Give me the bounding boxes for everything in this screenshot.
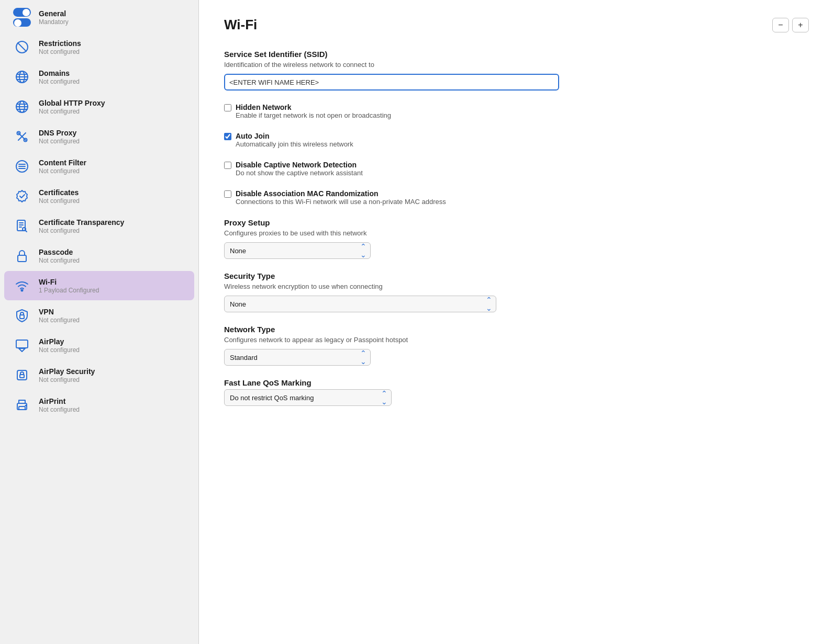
no-circle-icon [13, 38, 31, 57]
sidebar-item-general[interactable]: General Mandatory [4, 3, 194, 32]
doc-search-icon [13, 217, 31, 235]
disable-mac-section: Disable Association MAC Randomization Co… [224, 189, 809, 206]
security-type-title: Security Type [224, 272, 809, 280]
proxy-setup-select-wrapper: None Manual Auto ⌃⌄ [224, 242, 371, 259]
wifi-icon [13, 276, 31, 295]
toggle-icon [13, 8, 31, 27]
ssid-title: Service Set Identifier (SSID) [224, 50, 809, 59]
sidebar-label-certificates: Certificates [39, 188, 80, 197]
hidden-network-row: Hidden Network Enable if target network … [224, 103, 809, 119]
sidebar-text-wifi: Wi-Fi 1 Payload Configured [39, 278, 99, 294]
ssid-input[interactable] [224, 74, 559, 91]
header-buttons: − + [772, 18, 809, 32]
sidebar-item-content-filter[interactable]: Content Filter Not configured [4, 152, 194, 181]
sidebar-text-airprint: AirPrint Not configured [39, 397, 80, 413]
plus-button[interactable]: + [792, 18, 809, 32]
sidebar-sublabel-wifi: 1 Payload Configured [39, 287, 99, 294]
sidebar-label-airprint: AirPrint [39, 397, 80, 405]
minus-button[interactable]: − [772, 18, 789, 32]
network-type-select[interactable]: Standard Passpoint [224, 349, 371, 366]
fast-lane-qos-select[interactable]: Do not restrict QoS marking Allow all ap… [224, 389, 392, 406]
sidebar-text-airplay-security: AirPlay Security Not configured [39, 367, 95, 383]
ssid-section: Service Set Identifier (SSID) Identifica… [224, 50, 809, 91]
svg-rect-26 [20, 315, 24, 319]
airplay-icon [13, 336, 31, 355]
checkmark-seal-icon [13, 187, 31, 206]
disable-captive-desc: Do not show the captive network assistan… [236, 169, 363, 177]
sidebar-text-general: General Mandatory [39, 9, 69, 26]
sidebar-label-restrictions: Restrictions [39, 39, 81, 48]
disable-mac-checkbox[interactable] [224, 190, 231, 198]
sidebar-sublabel-domains: Not configured [39, 78, 80, 85]
sidebar-label-cert-transparency: Certificate Transparency [39, 218, 124, 227]
sidebar-text-global-http-proxy: Global HTTP Proxy Not configured [39, 99, 105, 115]
proxy-setup-section: Proxy Setup Configures proxies to be use… [224, 218, 809, 259]
sidebar-item-airplay[interactable]: AirPlay Not configured [4, 331, 194, 360]
disable-mac-row: Disable Association MAC Randomization Co… [224, 189, 809, 206]
sidebar-sublabel-content-filter: Not configured [39, 167, 86, 175]
disable-mac-desc: Connections to this Wi-Fi network will u… [236, 198, 446, 206]
fast-lane-qos-select-wrapper: Do not restrict QoS marking Allow all ap… [224, 389, 392, 406]
sidebar-label-global-http-proxy: Global HTTP Proxy [39, 99, 105, 107]
sidebar-sublabel-vpn: Not configured [39, 317, 80, 324]
hidden-network-section: Hidden Network Enable if target network … [224, 103, 809, 119]
auto-join-checkbox[interactable] [224, 133, 231, 140]
auto-join-label[interactable]: Auto Join [236, 132, 353, 140]
security-type-desc: Wireless network encryption to use when … [224, 283, 809, 290]
sidebar-item-airprint[interactable]: AirPrint Not configured [4, 390, 194, 420]
hidden-network-label[interactable]: Hidden Network [236, 103, 391, 111]
sidebar-label-vpn: VPN [39, 308, 80, 316]
sidebar-sublabel-dns-proxy: Not configured [39, 138, 80, 145]
globe2-icon [13, 97, 31, 116]
sidebar-sublabel-airplay: Not configured [39, 346, 80, 354]
sidebar-item-cert-transparency[interactable]: Certificate Transparency Not configured [4, 211, 194, 241]
svg-rect-32 [19, 406, 25, 410]
sidebar-text-passcode: Passcode Not configured [39, 248, 80, 264]
sidebar-text-certificates: Certificates Not configured [39, 188, 80, 205]
sidebar-item-domains[interactable]: Domains Not configured [4, 62, 194, 92]
hidden-network-desc: Enable if target network is not open or … [236, 111, 391, 119]
svg-line-1 [18, 43, 26, 51]
sidebar: General Mandatory Restrictions Not confi… [0, 0, 199, 644]
sidebar-item-restrictions[interactable]: Restrictions Not configured [4, 32, 194, 62]
sidebar-item-global-http-proxy[interactable]: Global HTTP Proxy Not configured [4, 92, 194, 121]
sidebar-item-airplay-security[interactable]: AirPlay Security Not configured [4, 360, 194, 390]
hidden-network-checkbox[interactable] [224, 104, 231, 111]
sidebar-sublabel-certificates: Not configured [39, 197, 80, 205]
disable-captive-row: Disable Captive Network Detection Do not… [224, 161, 809, 177]
sidebar-label-wifi: Wi-Fi [39, 278, 99, 286]
sidebar-item-certificates[interactable]: Certificates Not configured [4, 182, 194, 211]
sidebar-text-content-filter: Content Filter Not configured [39, 159, 86, 175]
security-type-select[interactable]: None WEP WPA WPA2 WPA3 [224, 296, 496, 312]
sidebar-text-cert-transparency: Certificate Transparency Not configured [39, 218, 124, 234]
auto-join-desc: Automatically join this wireless network [236, 140, 353, 148]
sidebar-item-vpn[interactable]: VPN Not configured [4, 301, 194, 330]
disable-captive-section: Disable Captive Network Detection Do not… [224, 161, 809, 177]
svg-point-33 [25, 405, 27, 406]
disable-mac-label[interactable]: Disable Association MAC Randomization [236, 189, 446, 198]
sidebar-text-dns-proxy: DNS Proxy Not configured [39, 129, 80, 145]
sidebar-item-wifi[interactable]: Wi-Fi 1 Payload Configured [4, 271, 194, 300]
main-content: Wi-Fi − + Service Set Identifier (SSID) … [199, 0, 834, 644]
sidebar-item-passcode[interactable]: Passcode Not configured [4, 241, 194, 270]
disable-captive-checkbox[interactable] [224, 162, 231, 169]
sidebar-text-restrictions: Restrictions Not configured [39, 39, 81, 55]
svg-line-23 [26, 231, 27, 232]
auto-join-row: Auto Join Automatically join this wirele… [224, 132, 809, 148]
lock-icon [13, 246, 31, 265]
disable-captive-label[interactable]: Disable Captive Network Detection [236, 161, 363, 169]
proxy-setup-select[interactable]: None Manual Auto [224, 242, 371, 259]
sidebar-item-dns-proxy[interactable]: DNS Proxy Not configured [4, 122, 194, 151]
sidebar-sublabel-airprint: Not configured [39, 406, 80, 413]
ssid-desc: Identification of the wireless network t… [224, 61, 809, 69]
sidebar-text-vpn: VPN Not configured [39, 308, 80, 324]
wrench-icon [13, 127, 31, 146]
sidebar-label-general: General [39, 9, 69, 18]
airplay-security-icon [13, 366, 31, 385]
network-type-section: Network Type Configures network to appea… [224, 325, 809, 366]
sidebar-sublabel-restrictions: Not configured [39, 48, 81, 55]
auto-join-section: Auto Join Automatically join this wirele… [224, 132, 809, 148]
svg-rect-27 [16, 340, 28, 348]
svg-marker-28 [19, 348, 25, 352]
sidebar-sublabel-general: Mandatory [39, 18, 69, 26]
